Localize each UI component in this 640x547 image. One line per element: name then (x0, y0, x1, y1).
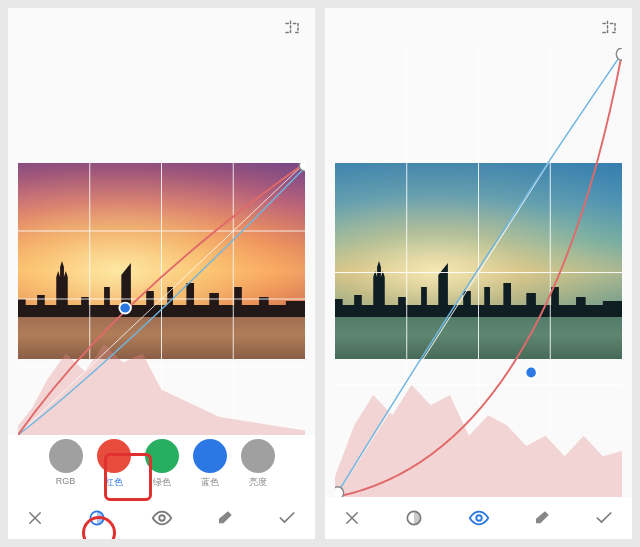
swatch-lum (241, 439, 275, 473)
phone-left: RGB 红色 绿色 蓝色 亮度 (8, 8, 315, 539)
check-icon[interactable] (594, 508, 614, 528)
topbar (325, 8, 632, 48)
svg-point-10 (159, 515, 165, 521)
close-icon[interactable] (343, 509, 361, 527)
eye-icon[interactable] (468, 507, 490, 529)
svg-point-19 (335, 487, 344, 497)
channel-label-blue: 蓝色 (201, 476, 219, 489)
swatch-blue (193, 439, 227, 473)
channel-luminance[interactable]: 亮度 (241, 439, 275, 489)
channel-label-lum: 亮度 (249, 476, 267, 489)
comparison-stage: RGB 红色 绿色 蓝色 亮度 (0, 0, 640, 547)
swatch-red (97, 439, 131, 473)
channel-green[interactable]: 绿色 (145, 439, 179, 489)
compare-icon[interactable] (283, 19, 301, 37)
channel-red[interactable]: 红色 (97, 439, 131, 489)
channel-blue[interactable]: 蓝色 (193, 439, 227, 489)
bottom-toolbar (8, 497, 315, 539)
curve-editor[interactable] (335, 48, 622, 497)
eye-icon[interactable] (151, 507, 173, 529)
channel-row: RGB 红色 绿色 蓝色 亮度 (8, 435, 315, 497)
compare-icon[interactable] (600, 19, 618, 37)
channel-label-red: 红色 (105, 476, 123, 489)
swatch-rgb (49, 439, 83, 473)
swatch-green (145, 439, 179, 473)
channel-rgb[interactable]: RGB (49, 439, 83, 486)
curve-editor[interactable] (18, 163, 305, 435)
canvas-area[interactable] (325, 48, 632, 497)
channels-icon[interactable] (404, 508, 424, 528)
phone-right (325, 8, 632, 539)
topbar (8, 8, 315, 48)
canvas-area[interactable] (8, 48, 315, 435)
svg-point-18 (616, 48, 622, 60)
bottom-toolbar (325, 497, 632, 539)
eraser-icon[interactable] (533, 509, 551, 527)
eraser-icon[interactable] (216, 509, 234, 527)
svg-point-8 (119, 303, 130, 314)
close-icon[interactable] (26, 509, 44, 527)
svg-point-22 (476, 515, 482, 521)
channels-icon[interactable] (87, 508, 107, 528)
channel-label-rgb: RGB (56, 476, 76, 486)
svg-point-7 (299, 163, 305, 171)
channel-label-green: 绿色 (153, 476, 171, 489)
svg-point-20 (525, 366, 536, 378)
check-icon[interactable] (277, 508, 297, 528)
